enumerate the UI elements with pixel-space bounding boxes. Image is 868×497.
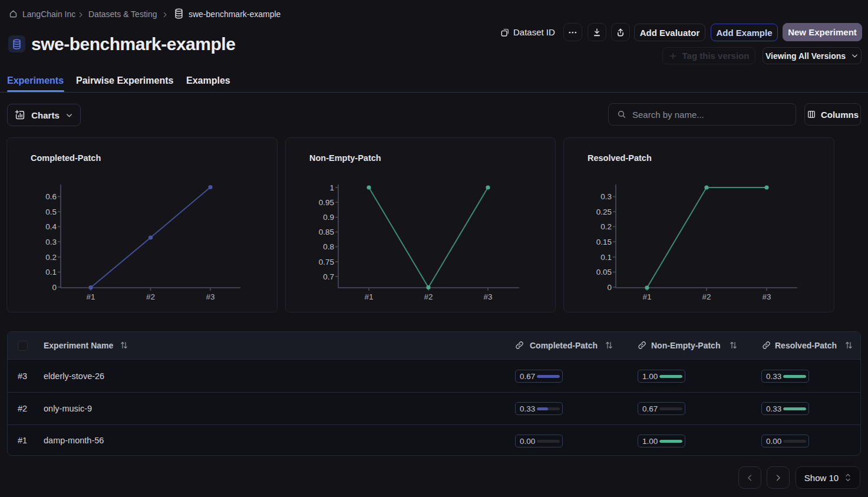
svg-text:#1: #1 — [642, 292, 651, 301]
svg-text:#2: #2 — [424, 292, 433, 301]
svg-text:0.95: 0.95 — [319, 198, 334, 207]
svg-text:#3: #3 — [483, 292, 492, 301]
svg-text:#1: #1 — [364, 292, 373, 301]
svg-text:0.3: 0.3 — [45, 238, 57, 246]
svg-text:0.2: 0.2 — [600, 222, 612, 231]
svg-text:#1: #1 — [86, 292, 95, 301]
svg-text:0.25: 0.25 — [596, 208, 612, 216]
svg-text:0.4: 0.4 — [45, 222, 57, 231]
svg-text:0.9: 0.9 — [323, 213, 334, 222]
svg-text:0.15: 0.15 — [596, 238, 612, 246]
svg-text:0: 0 — [52, 283, 57, 292]
svg-text:0.6: 0.6 — [45, 192, 57, 201]
svg-text:0: 0 — [607, 283, 612, 292]
svg-text:#2: #2 — [146, 292, 155, 301]
svg-text:0.75: 0.75 — [319, 258, 334, 266]
svg-text:0.05: 0.05 — [596, 268, 612, 277]
svg-text:1: 1 — [329, 183, 334, 192]
svg-text:0.85: 0.85 — [319, 228, 334, 236]
svg-text:0.1: 0.1 — [600, 253, 612, 262]
svg-text:0.2: 0.2 — [45, 253, 57, 262]
svg-text:0.1: 0.1 — [45, 268, 57, 277]
svg-text:0.8: 0.8 — [323, 242, 334, 251]
svg-text:0.7: 0.7 — [323, 272, 334, 281]
svg-text:0.3: 0.3 — [600, 192, 612, 201]
svg-text:#2: #2 — [702, 292, 711, 301]
svg-text:0.5: 0.5 — [45, 208, 57, 216]
svg-text:#3: #3 — [206, 292, 214, 301]
svg-text:#3: #3 — [762, 292, 771, 301]
